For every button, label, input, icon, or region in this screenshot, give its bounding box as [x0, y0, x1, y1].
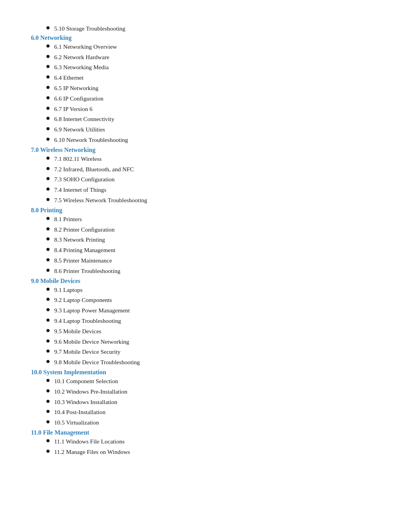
item-label[interactable]: 6.1 Networking Overview: [54, 42, 117, 52]
item-label[interactable]: 9.5 Mobile Devices: [54, 327, 101, 336]
bullet-icon: [46, 410, 50, 413]
sub-items-section-10: 10.1 Component Selection10.2 Windows Pre…: [31, 377, 388, 428]
bullet-icon: [46, 400, 50, 403]
list-item: 10.2 Windows Pre-Installation: [31, 387, 388, 397]
item-label[interactable]: 9.2 Laptop Components: [54, 295, 112, 305]
list-item: 8.4 Printing Management: [31, 246, 388, 255]
bullet-icon: [46, 44, 50, 48]
item-label[interactable]: 8.5 Printer Maintenance: [54, 256, 112, 266]
bullet-icon: [46, 248, 50, 251]
list-item: 11.2 Manage Files on Windows: [31, 447, 388, 457]
item-label[interactable]: 7.3 SOHO Configuration: [54, 175, 115, 184]
section-heading-section-8[interactable]: 8.0 Printing: [31, 207, 62, 213]
list-item: 8.6 Printer Troubleshooting: [31, 266, 388, 276]
list-item: 6.4 Ethernet: [31, 73, 388, 83]
list-item: 6.10 Network Troubleshooting: [31, 135, 388, 145]
bullet-icon: [46, 227, 50, 230]
item-label[interactable]: 8.4 Printing Management: [54, 246, 115, 255]
section-heading-section-7[interactable]: 7.0 Wireless Networking: [31, 147, 96, 153]
list-item: 10.3 Windows Installation: [31, 397, 388, 407]
bullet-icon: [46, 86, 50, 89]
item-label[interactable]: 6.6 IP Configuration: [54, 94, 103, 104]
item-label[interactable]: 8.6 Printer Troubleshooting: [54, 266, 120, 276]
item-label[interactable]: 11.1 Windows File Locations: [54, 437, 125, 447]
bullet-icon: [46, 339, 50, 343]
table-of-contents: 5.10 Storage Troubleshooting6.0 Networki…: [31, 24, 388, 457]
bullet-icon: [46, 167, 50, 170]
list-item: 7.1 802.11 Wireless: [31, 154, 388, 164]
item-label[interactable]: 10.2 Windows Pre-Installation: [54, 387, 127, 397]
item-label[interactable]: 8.3 Network Printing: [54, 235, 105, 245]
item-label[interactable]: 6.5 IP Networking: [54, 84, 98, 93]
bullet-icon: [46, 308, 50, 311]
list-item: 9.3 Laptop Power Management: [31, 306, 388, 315]
list-item: 9.7 Mobile Device Security: [31, 347, 388, 357]
list-item: 10.1 Component Selection: [31, 377, 388, 386]
item-label[interactable]: 5.10 Storage Troubleshooting: [54, 24, 125, 34]
item-label[interactable]: 7.1 802.11 Wireless: [54, 154, 102, 164]
bullet-icon: [46, 450, 50, 453]
item-label[interactable]: 6.2 Network Hardware: [54, 53, 109, 62]
item-label[interactable]: 7.4 Internet of Things: [54, 185, 106, 195]
list-item: 6.9 Network Utilities: [31, 125, 388, 135]
bullet-icon: [46, 288, 50, 291]
sub-items-section-11: 11.1 Windows File Locations11.2 Manage F…: [31, 437, 388, 457]
bullet-icon: [46, 217, 50, 220]
section-heading-section-10[interactable]: 10.0 System Implementation: [31, 369, 106, 375]
item-label[interactable]: 7.2 Infrared, Bluetooth, and NFC: [54, 165, 134, 174]
item-label[interactable]: 10.3 Windows Installation: [54, 397, 117, 407]
item-label[interactable]: 6.3 Networking Media: [54, 63, 109, 72]
list-item: 10.4 Post-Installation: [31, 408, 388, 417]
bullet-icon: [46, 329, 50, 332]
item-label[interactable]: 6.9 Network Utilities: [54, 125, 105, 135]
list-item: 8.1 Printers: [31, 215, 388, 224]
item-label[interactable]: 10.4 Post-Installation: [54, 408, 106, 417]
item-label[interactable]: 9.1 Laptops: [54, 285, 82, 295]
sub-items-section-6: 6.1 Networking Overview6.2 Network Hardw…: [31, 42, 388, 145]
bullet-icon: [46, 269, 50, 272]
bullet-icon: [46, 198, 50, 201]
bullet-icon: [46, 420, 50, 423]
item-label[interactable]: 9.7 Mobile Device Security: [54, 347, 120, 357]
list-item: 7.4 Internet of Things: [31, 185, 388, 195]
item-label[interactable]: 6.4 Ethernet: [54, 73, 84, 83]
list-item: 8.3 Network Printing: [31, 235, 388, 245]
list-item: 6.1 Networking Overview: [31, 42, 388, 52]
item-label[interactable]: 11.2 Manage Files on Windows: [54, 447, 130, 457]
list-item: 7.3 SOHO Configuration: [31, 175, 388, 184]
item-label[interactable]: 9.6 Mobile Device Networking: [54, 337, 129, 347]
item-label[interactable]: 9.3 Laptop Power Management: [54, 306, 130, 315]
bullet-icon: [46, 65, 50, 68]
item-label[interactable]: 10.5 Virtualization: [54, 418, 99, 428]
list-item: 9.5 Mobile Devices: [31, 327, 388, 336]
item-label[interactable]: 6.10 Network Troubleshooting: [54, 135, 128, 145]
bullet-icon: [46, 117, 50, 120]
section-heading-section-9[interactable]: 9.0 Mobile Devices: [31, 278, 80, 284]
bullet-icon: [46, 237, 50, 240]
list-item: 9.6 Mobile Device Networking: [31, 337, 388, 347]
sub-items-section-7: 7.1 802.11 Wireless7.2 Infrared, Bluetoo…: [31, 154, 388, 205]
item-label[interactable]: 9.4 Laptop Troubleshooting: [54, 316, 121, 326]
item-label[interactable]: 7.5 Wireless Network Troubleshooting: [54, 196, 147, 205]
item-label[interactable]: 6.8 Internet Connectivity: [54, 114, 114, 124]
list-item: 9.2 Laptop Components: [31, 295, 388, 305]
list-item: 6.5 IP Networking: [31, 84, 388, 93]
sub-items-section-9: 9.1 Laptops9.2 Laptop Components9.3 Lapt…: [31, 285, 388, 367]
list-item: 7.2 Infrared, Bluetooth, and NFC: [31, 165, 388, 174]
bullet-icon: [46, 389, 50, 392]
bullet-icon: [46, 127, 50, 130]
list-item: 6.7 IP Version 6: [31, 104, 388, 114]
bullet-icon: [46, 75, 50, 78]
item-label[interactable]: 8.2 Printer Configuration: [54, 225, 115, 235]
list-item: 10.5 Virtualization: [31, 418, 388, 428]
list-item: 11.1 Windows File Locations: [31, 437, 388, 447]
section-heading-section-11[interactable]: 11.0 File Management: [31, 429, 89, 436]
section-heading-section-6[interactable]: 6.0 Networking: [31, 34, 72, 41]
item-label[interactable]: 10.1 Component Selection: [54, 377, 118, 386]
list-item: 6.8 Internet Connectivity: [31, 114, 388, 124]
item-label[interactable]: 8.1 Printers: [54, 215, 82, 224]
item-label[interactable]: 9.8 Mobile Device Troubleshooting: [54, 358, 140, 367]
list-item: 9.1 Laptops: [31, 285, 388, 295]
bullet-icon: [46, 360, 50, 363]
item-label[interactable]: 6.7 IP Version 6: [54, 104, 92, 114]
